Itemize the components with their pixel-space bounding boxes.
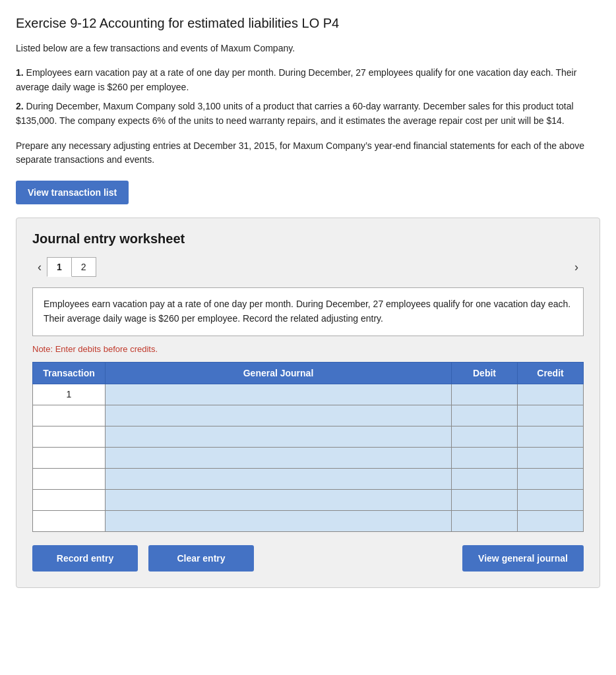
credit-input-3[interactable] [518, 426, 583, 447]
credit-cell-2[interactable] [518, 405, 584, 426]
table-row [33, 405, 584, 426]
list-num-2: 2. [16, 101, 24, 111]
journal-input-4[interactable] [106, 448, 451, 468]
credit-input-1[interactable] [518, 384, 583, 405]
debit-cell-4[interactable] [452, 447, 518, 468]
debit-cell-2[interactable] [452, 405, 518, 426]
intro-text: Listed below are a few transactions and … [16, 42, 600, 55]
debit-input-5[interactable] [452, 469, 517, 489]
note-text: Note: Enter debits before credits. [32, 344, 584, 354]
tx-num-3 [33, 426, 106, 447]
tab-1[interactable]: 1 [47, 257, 72, 277]
col-general-journal: General Journal [106, 362, 452, 384]
tx-num-5 [33, 468, 106, 489]
journal-cell-1[interactable] [106, 384, 452, 405]
prepare-text: Prepare any necessary adjusting entries … [16, 139, 600, 167]
list-item-1: 1. Employees earn vacation pay at a rate… [16, 66, 600, 94]
credit-cell-4[interactable] [518, 447, 584, 468]
journal-input-5[interactable] [106, 469, 451, 489]
table-row [33, 510, 584, 531]
debit-cell-6[interactable] [452, 489, 518, 510]
journal-input-2[interactable] [106, 405, 451, 426]
list-text-2: During December, Maxum Company sold 3,10… [16, 101, 574, 126]
debit-input-7[interactable] [452, 511, 517, 531]
credit-input-7[interactable] [518, 511, 583, 531]
debit-cell-5[interactable] [452, 468, 518, 489]
worksheet-container: Journal entry worksheet ‹ 1 2 › Employee… [16, 218, 600, 587]
table-row: 1 [33, 384, 584, 405]
list-num-1: 1. [16, 67, 24, 78]
view-transaction-button[interactable]: View transaction list [16, 181, 129, 204]
table-row [33, 468, 584, 489]
tx-num-7 [33, 510, 106, 531]
clear-entry-button[interactable]: Clear entry [148, 545, 254, 572]
journal-cell-5[interactable] [106, 468, 452, 489]
journal-input-6[interactable] [106, 490, 451, 510]
numbered-list: 1. Employees earn vacation pay at a rate… [16, 66, 600, 129]
tx-num-1: 1 [33, 384, 106, 405]
bottom-buttons: Record entry Clear entry View general jo… [32, 545, 584, 572]
debit-input-4[interactable] [452, 448, 517, 468]
debit-input-3[interactable] [452, 426, 517, 447]
col-transaction: Transaction [33, 362, 106, 384]
worksheet-title: Journal entry worksheet [32, 231, 584, 247]
tx-num-2 [33, 405, 106, 426]
table-row [33, 426, 584, 447]
table-row [33, 447, 584, 468]
list-text-1: Employees earn vacation pay at a rate of… [16, 67, 576, 92]
tx-num-4 [33, 447, 106, 468]
credit-input-2[interactable] [518, 405, 583, 426]
journal-cell-4[interactable] [106, 447, 452, 468]
credit-cell-1[interactable] [518, 384, 584, 405]
tab-2[interactable]: 2 [72, 257, 96, 277]
credit-cell-3[interactable] [518, 426, 584, 447]
transaction-description: Employees earn vacation pay at a rate of… [32, 287, 584, 336]
journal-input-1[interactable] [106, 384, 451, 405]
credit-input-6[interactable] [518, 490, 583, 510]
journal-input-3[interactable] [106, 426, 451, 447]
journal-cell-7[interactable] [106, 510, 452, 531]
debit-input-6[interactable] [452, 490, 517, 510]
list-item-2: 2. During December, Maxum Company sold 3… [16, 100, 600, 128]
credit-cell-6[interactable] [518, 489, 584, 510]
journal-table: Transaction General Journal Debit Credit… [32, 362, 584, 532]
credit-input-4[interactable] [518, 448, 583, 468]
journal-input-7[interactable] [106, 511, 451, 531]
debit-cell-7[interactable] [452, 510, 518, 531]
journal-cell-2[interactable] [106, 405, 452, 426]
prev-tab-arrow[interactable]: ‹ [32, 258, 47, 277]
credit-cell-5[interactable] [518, 468, 584, 489]
tab-navigation: ‹ 1 2 › [32, 257, 584, 277]
debit-input-1[interactable] [452, 384, 517, 405]
credit-cell-7[interactable] [518, 510, 584, 531]
debit-cell-3[interactable] [452, 426, 518, 447]
tx-num-6 [33, 489, 106, 510]
page-title: Exercise 9-12 Accounting for estimated l… [16, 16, 600, 31]
debit-cell-1[interactable] [452, 384, 518, 405]
col-credit: Credit [518, 362, 584, 384]
journal-cell-6[interactable] [106, 489, 452, 510]
credit-input-5[interactable] [518, 469, 583, 489]
next-tab-arrow[interactable]: › [569, 258, 584, 277]
record-entry-button[interactable]: Record entry [32, 545, 138, 572]
table-row [33, 489, 584, 510]
view-general-journal-button[interactable]: View general journal [462, 545, 584, 572]
journal-cell-3[interactable] [106, 426, 452, 447]
col-debit: Debit [452, 362, 518, 384]
debit-input-2[interactable] [452, 405, 517, 426]
